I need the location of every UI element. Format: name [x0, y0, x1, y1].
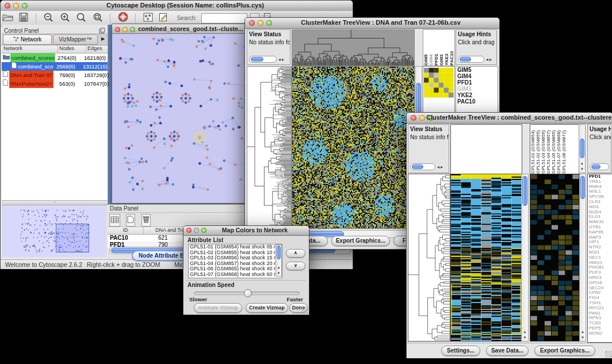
gene-label[interactable]: GIM5	[456, 67, 498, 73]
zoom-selected-icon[interactable]	[93, 12, 103, 24]
close-button[interactable]	[186, 228, 192, 233]
float-panel-icon[interactable]	[99, 26, 105, 36]
attribute-item[interactable]: GPL51-07 (GSM868) heat shock 60 min	[189, 272, 275, 278]
global-heatmap[interactable]	[450, 174, 522, 342]
array-label[interactable]: GPL51-03 (GSM856)	[541, 125, 546, 174]
scroll-arrows-icon[interactable]: ◂▸	[278, 57, 285, 62]
export-graphics-button[interactable]: Export Graphics...	[331, 236, 390, 246]
resize-grip[interactable]	[605, 351, 612, 358]
treeview2-titlebar[interactable]: ClusterMaker TreeView : combined_scores_…	[407, 113, 612, 124]
gene-dendrogram[interactable]	[408, 174, 450, 342]
move-down-button[interactable]: ∨	[286, 262, 305, 270]
gene-dendrogram[interactable]	[247, 66, 292, 229]
help-lifesaver-icon[interactable]	[118, 12, 128, 24]
gene-label[interactable]: GIM3	[456, 86, 498, 92]
col-header-network[interactable]: Network	[2, 45, 58, 53]
gene-label[interactable]: YKE2	[456, 92, 498, 98]
resize-grip[interactable]	[301, 307, 308, 314]
zoom-heatmap-vscrollbar[interactable]: ▴ ▾	[579, 174, 586, 342]
usage-hints-scrollbar[interactable]: ◂▸	[458, 56, 484, 63]
gene-label[interactable]: PFD1	[456, 79, 498, 86]
heatmap-vscrollbar[interactable]: ▴ ▾	[521, 174, 529, 342]
zoom-heatmap[interactable]	[530, 174, 580, 342]
col-header-nodes[interactable]: Nodes	[58, 45, 86, 53]
minimize-button[interactable]	[123, 27, 128, 32]
annotation-icon[interactable]	[159, 13, 168, 24]
close-button[interactable]	[5, 3, 10, 9]
view-status-scrollbar[interactable]: ◂▸	[249, 56, 277, 63]
array-labels-scrollbar[interactable]: ▴ ▾	[579, 124, 586, 173]
zoom-button[interactable]	[201, 228, 206, 233]
animation-speed-slider[interactable]	[194, 292, 300, 295]
array-label[interactable]: GPL51-08 (GSM872)	[561, 125, 567, 174]
zoom-fit-icon[interactable]	[76, 12, 86, 24]
col-header-edges[interactable]: Edges	[86, 45, 108, 53]
array-label[interactable]: GIM4	[429, 30, 434, 66]
minimize-button[interactable]	[419, 115, 425, 121]
minimize-button[interactable]	[194, 228, 199, 233]
array-label[interactable]: GPL51-07 (GSM868)	[556, 125, 561, 174]
gene-label[interactable]: MON2	[588, 331, 612, 336]
scroll-arrows-icon[interactable]: ◂▸	[437, 164, 444, 170]
folder-icon	[2, 53, 10, 62]
gene-label[interactable]: PAC10	[456, 98, 498, 105]
array-label[interactable]: GIM5	[423, 30, 429, 66]
vizmapper-icon[interactable]	[143, 13, 153, 24]
gene-label-list: PFD1YRA1RNR4MSL1SPC98CLN1NIS1BUD4ELG1MAK…	[587, 174, 612, 343]
attribute-select-icon[interactable]	[109, 214, 120, 227]
zoom-button[interactable]	[130, 27, 135, 32]
zoom-heatmap[interactable]	[424, 68, 454, 98]
attribute-list-label: Attribute List	[188, 237, 223, 243]
main-titlebar[interactable]: Cytoscape Desktop (Session Name: collins…	[1, 1, 353, 12]
view-status-panel: View Status No status info for ◂▸	[408, 124, 449, 173]
array-label[interactable]: GPL51-01 (GSM854)	[530, 125, 536, 174]
network-row[interactable]: DNA and Tran 07 769(0) 183728(0)	[2, 71, 108, 79]
faster-label: Faster	[286, 296, 303, 302]
usage-hints-scrollbar[interactable]	[590, 163, 609, 170]
minimize-button[interactable]	[258, 20, 263, 26]
view-status-scrollbar[interactable]: ◂▸	[410, 163, 435, 170]
tab-network[interactable]: Network	[3, 35, 52, 45]
panel-divider[interactable]: •	[2, 200, 108, 205]
save-data-button[interactable]: Save Data...	[486, 346, 529, 356]
network-row[interactable]: RNAPuberNov2+ 563(0) 107847(0)	[2, 79, 108, 88]
array-label[interactable]: PAC10	[449, 30, 454, 66]
zoom-in-icon[interactable]	[60, 12, 70, 24]
array-label[interactable]: GPL51-04 (GSM857)	[546, 125, 551, 174]
save-session-icon[interactable]	[19, 13, 28, 24]
move-up-button[interactable]: ∧	[286, 249, 305, 258]
open-session-icon[interactable]	[2, 13, 13, 24]
network-row[interactable]: combined_scores 2764(0) 16218(0)	[2, 53, 108, 62]
close-button[interactable]	[411, 115, 416, 121]
treeview1-titlebar[interactable]: ClusterMaker TreeView : DNA and Tran 07-…	[245, 18, 499, 29]
animate-vizmap-button[interactable]: Animate Vizmap	[194, 303, 242, 313]
column-dendrogram[interactable]	[292, 29, 415, 66]
search-input[interactable]	[201, 13, 247, 24]
global-heatmap[interactable]	[292, 66, 415, 229]
delete-attribute-icon[interactable]	[141, 214, 151, 227]
slider-thumb[interactable]	[244, 289, 252, 297]
tab-vizmapper[interactable]: VizMapper™	[53, 35, 98, 45]
create-vizmap-button[interactable]: Create Vizmap	[246, 303, 288, 313]
minimize-button[interactable]	[13, 3, 19, 9]
array-label[interactable]: PFD1	[434, 30, 439, 66]
network-overview-thumbnail[interactable]	[2, 205, 106, 257]
close-button[interactable]	[249, 20, 255, 26]
new-attribute-icon[interactable]	[126, 214, 135, 227]
array-label[interactable]: YKE2	[444, 30, 449, 66]
dialog-titlebar[interactable]: Map Colors to Network	[183, 226, 309, 236]
column-dendrogram-area[interactable]	[450, 124, 522, 174]
data-col-id[interactable]: ID	[108, 227, 144, 234]
array-label[interactable]: GPL51-02 (GSM855)	[536, 125, 541, 174]
close-button[interactable]	[115, 27, 120, 32]
attribute-list-scrollbar[interactable]: ▴ ▾	[276, 244, 282, 277]
export-graphics-button[interactable]: Export Graphics...	[534, 346, 595, 356]
array-labels: GPL51-01 (GSM854)GPL51-02 (GSM855)GPL51-…	[530, 124, 579, 174]
scroll-arrows-icon[interactable]: ◂▸	[486, 57, 493, 62]
gene-label[interactable]: GIM4	[456, 73, 498, 79]
network-row-selected[interactable]: combined_sco 2569(6) 13112(15)	[2, 62, 108, 71]
array-label[interactable]: GPL51-06 (GSM865)	[551, 125, 556, 174]
array-label[interactable]: GIM3	[439, 30, 444, 66]
zoom-out-icon[interactable]	[43, 12, 53, 24]
settings-button[interactable]: Settings...	[441, 346, 480, 356]
